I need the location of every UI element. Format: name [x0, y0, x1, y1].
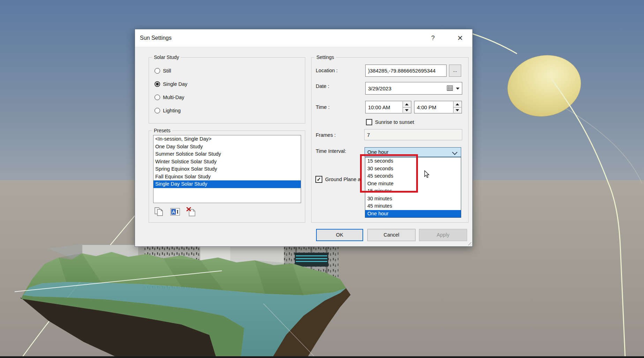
preset-item[interactable]: Summer Solstice Solar Study	[153, 150, 301, 158]
preset-item-selected[interactable]: Single Day Solar Study	[153, 180, 301, 188]
apply-button[interactable]: Apply	[419, 229, 467, 241]
cancel-button[interactable]: Cancel	[367, 229, 415, 241]
preset-item[interactable]: Winter Solstice Solar Study	[153, 158, 301, 166]
radio-lighting-circle[interactable]	[155, 108, 160, 113]
frames-input[interactable]: 7	[364, 129, 462, 140]
time-end-spinner[interactable]	[453, 102, 461, 113]
dialog-titlebar: Sun Settings ? ✕	[135, 29, 472, 47]
presets-group: Presets <In-session, Single Day> One Day…	[149, 130, 305, 223]
time-end-input[interactable]: 4:00 PM	[414, 101, 462, 113]
ok-button[interactable]: OK	[316, 229, 363, 241]
frames-label: Frames :	[316, 132, 336, 138]
preset-item[interactable]: Spring Equinox Solar Study	[153, 165, 301, 173]
svg-text:A: A	[172, 209, 175, 215]
duplicate-icon	[154, 207, 164, 217]
preset-item[interactable]: One Day Solar Study	[153, 143, 301, 151]
annotation-red-box	[360, 154, 418, 193]
ground-plane-label: Ground Plane a	[325, 177, 361, 182]
radio-multi-day-circle[interactable]	[155, 95, 160, 100]
ground-plane-checkbox[interactable]: ✓	[315, 176, 322, 183]
radio-multi-day[interactable]: Multi-Day	[155, 94, 184, 101]
time-label: Time :	[316, 104, 330, 110]
date-dropdown-caret-icon[interactable]	[456, 88, 459, 90]
delete-preset-button[interactable]	[185, 207, 197, 217]
rename-preset-button[interactable]: A I	[169, 207, 181, 217]
chevron-down-icon	[452, 150, 458, 155]
radio-single-day-circle[interactable]	[155, 81, 160, 87]
date-input[interactable]: 3/29/2023	[365, 82, 462, 95]
solar-study-legend: Solar Study	[152, 54, 181, 60]
presets-listbox[interactable]: <In-session, Single Day> One Day Solar S…	[153, 135, 301, 203]
location-input[interactable]: )384285,-79.8866652695344	[365, 65, 447, 77]
settings-legend: Settings	[315, 54, 336, 60]
time-start-input[interactable]: 10:00 AM	[365, 101, 411, 113]
time-interval-label: Time Interval:	[316, 148, 346, 154]
radio-lighting[interactable]: Lighting	[155, 107, 181, 114]
radio-single-day[interactable]: Single Day	[155, 81, 187, 88]
preset-item[interactable]: Fall Equinox Solar Study	[153, 173, 301, 181]
interval-option[interactable]: 45 minutes	[365, 202, 461, 210]
mouse-cursor	[424, 170, 431, 179]
sunrise-to-sunset-checkbox[interactable]	[366, 119, 372, 125]
sun-settings-dialog: Sun Settings ? ✕ Solar Study Still Singl…	[135, 29, 473, 247]
duplicate-preset-button[interactable]	[153, 207, 165, 217]
resize-grip[interactable]	[467, 241, 471, 245]
interval-option-selected[interactable]: One hour	[365, 210, 461, 218]
revit-3d-viewport: Sun Settings ? ✕ Solar Study Still Singl…	[0, 0, 644, 358]
time-start-spinner[interactable]	[403, 102, 411, 113]
preset-item[interactable]: <In-session, Single Day>	[153, 135, 301, 143]
dialog-title: Sun Settings	[140, 29, 172, 47]
rename-icon: A I	[170, 207, 180, 217]
close-icon[interactable]: ✕	[453, 29, 467, 47]
calendar-icon[interactable]	[447, 85, 453, 91]
location-label: Location :	[316, 68, 338, 73]
radio-still[interactable]: Still	[155, 67, 171, 74]
radio-still-circle[interactable]	[155, 68, 160, 74]
location-browse-button[interactable]: ...	[449, 65, 461, 77]
delete-icon	[186, 207, 196, 217]
date-label: Date :	[316, 83, 329, 89]
solar-study-group: Solar Study Still Single Day Multi-Day L…	[149, 57, 305, 124]
help-button[interactable]: ?	[426, 29, 440, 47]
svg-text:I: I	[177, 209, 178, 215]
sunrise-to-sunset-label: Sunrise to sunset	[375, 119, 414, 125]
cyan-striped-roof	[295, 253, 328, 267]
bottom-letterbox	[0, 356, 644, 358]
presets-legend: Presets	[152, 128, 172, 133]
interval-option[interactable]: 30 minutes	[365, 195, 461, 203]
